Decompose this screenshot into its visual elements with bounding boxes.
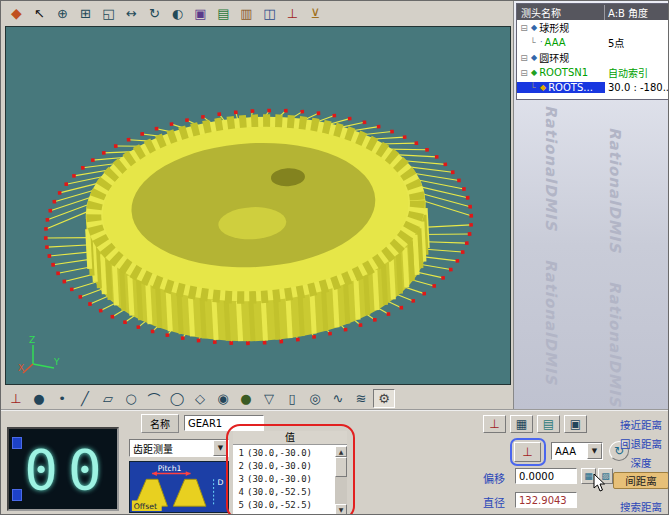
row-value: (30.0,-30.0) bbox=[247, 461, 335, 471]
ellipse-feature-icon[interactable]: ◯ bbox=[166, 389, 188, 408]
surface-feature-icon[interactable]: ≋ bbox=[350, 389, 372, 408]
line-feature-icon[interactable]: ╱ bbox=[74, 389, 96, 408]
tree-item-label: 球形规 bbox=[539, 20, 569, 35]
tree-row-ring-gauge[interactable]: ⊟◆圆环规 bbox=[517, 50, 668, 65]
image-view-icon[interactable]: ▤ bbox=[213, 4, 234, 23]
settings-gear-icon[interactable]: ⚙ bbox=[373, 389, 395, 408]
panel-view-icon[interactable]: ▣ bbox=[564, 415, 587, 433]
retract-distance-button[interactable]: 回退距离 bbox=[613, 436, 669, 451]
sphere-feature-icon[interactable]: ● bbox=[235, 389, 257, 408]
plane-feature-icon[interactable]: ▱ bbox=[97, 389, 119, 408]
search-distance-button[interactable]: 搜索距离 bbox=[613, 499, 669, 514]
zoom-in-icon[interactable]: ⊕ bbox=[52, 4, 73, 23]
probe-tree: 测头名称 A:B 角度 ⊟◆球形规 └·AAA 5点 ⊟◆圆环规 ⊟◆ROOTS… bbox=[516, 3, 669, 100]
tree-expander-icon[interactable]: ⊟ bbox=[519, 23, 529, 33]
snapshot-camera-icon[interactable]: ▣ bbox=[190, 4, 211, 23]
value-list[interactable]: 值 1(30.0,-30.0) 2(30.0,-30.0) 3(30.0,-30… bbox=[233, 431, 347, 515]
report-library-icon[interactable]: ▥ bbox=[236, 4, 257, 23]
circle-feature-icon[interactable]: ○ bbox=[120, 389, 142, 408]
cylinder-feature-icon[interactable]: ▯ bbox=[281, 389, 303, 408]
probe-panel: 测头名称 A:B 角度 ⊟◆球形规 └·AAA 5点 ⊟◆圆环规 ⊟◆ROOTS… bbox=[513, 1, 669, 409]
scrollbar-thumb[interactable] bbox=[335, 457, 347, 477]
slot-feature-icon[interactable]: ◇ bbox=[189, 389, 211, 408]
move-axes-icon[interactable]: ↔ bbox=[121, 4, 142, 23]
tree-row-rootsn1[interactable]: ⊟◆ROOTSN1 自动索引 bbox=[517, 65, 668, 80]
clipboard-icon[interactable]: ◫ bbox=[259, 4, 280, 23]
zoom-window-icon[interactable]: ⊞ bbox=[75, 4, 96, 23]
measure-mode-select[interactable]: 齿距测量 ▼ bbox=[129, 439, 229, 457]
round-slot-feature-icon[interactable]: ◉ bbox=[212, 389, 234, 408]
select-cursor-icon[interactable]: ↖ bbox=[29, 4, 50, 23]
tree-header-name[interactable]: 测头名称 bbox=[517, 5, 605, 20]
name-row: 名称 bbox=[141, 414, 264, 432]
axis-y-label: Y bbox=[53, 357, 60, 367]
fit-view-icon[interactable]: ◱ bbox=[98, 4, 119, 23]
approach-distance-button[interactable]: 接近距离 bbox=[613, 417, 669, 432]
measure-panel: 00 名称 齿距测量 ▼ Pitch1 D Offset bbox=[1, 409, 669, 515]
cone-feature-icon[interactable]: ▽ bbox=[258, 389, 280, 408]
tree-expander-icon[interactable]: ⊟ bbox=[519, 53, 529, 63]
tree-row-sphere-gauge[interactable]: ⊟◆球形规 bbox=[517, 20, 668, 35]
offset-input[interactable] bbox=[515, 468, 577, 484]
chevron-down-icon[interactable]: ▼ bbox=[587, 443, 602, 459]
probe-item-icon: ◆ bbox=[540, 83, 546, 92]
probe-tool-icon[interactable]: ⊥ bbox=[5, 389, 27, 408]
value-list-header: 值 bbox=[233, 431, 347, 445]
list-item[interactable]: 2(30.0,-30.0) bbox=[233, 459, 335, 472]
diameter-input[interactable] bbox=[515, 492, 577, 508]
distance-params-column: 接近距离 回退距离 深度 间距离 搜索距离 bbox=[613, 411, 669, 515]
construct-point-icon[interactable]: • bbox=[51, 389, 73, 408]
render-mode-icon[interactable]: ◐ bbox=[167, 4, 188, 23]
main-toolbar: ◆↖⊕⊞◱↔↻◐▣▤▥◫⊥⊻ bbox=[1, 1, 513, 25]
probe-select-button[interactable]: ⊥ bbox=[514, 442, 541, 462]
depth-button[interactable]: 深度 bbox=[613, 455, 669, 470]
3d-viewport[interactable]: Z Y X bbox=[5, 26, 511, 385]
pitch-label: Pitch1 bbox=[158, 464, 182, 473]
axis-x-label: X bbox=[18, 363, 24, 373]
diameter-label: 直径 bbox=[483, 494, 505, 510]
list-item[interactable]: 3(30.0,-30.0) bbox=[233, 472, 335, 485]
keypad-button[interactable]: ▦ bbox=[581, 468, 596, 484]
list-item[interactable]: 5(30.0,-52.5) bbox=[233, 498, 335, 511]
watermark-text: RationalDMIS bbox=[542, 259, 560, 385]
probe-calibrate-icon[interactable]: ⊻ bbox=[305, 4, 326, 23]
torus-feature-icon[interactable]: ◎ bbox=[304, 389, 326, 408]
probe-select[interactable]: AAA ▼ bbox=[551, 442, 603, 460]
scroll-down-icon[interactable]: ▼ bbox=[335, 504, 347, 515]
arc-feature-icon[interactable]: ⌒ bbox=[143, 389, 165, 408]
scroll-up-icon[interactable]: ▲ bbox=[335, 446, 347, 457]
row-value: (30.0,-52.5) bbox=[247, 487, 335, 497]
tree-item-label: ROOTS... bbox=[548, 82, 593, 93]
graph-view-icon[interactable]: ▦ bbox=[510, 415, 533, 433]
app-logo-icon[interactable]: ◆ bbox=[6, 4, 27, 23]
tree-row-roots-selected[interactable]: └◆ROOTS... 30.0 : -180... bbox=[517, 80, 668, 95]
counter-icon bbox=[12, 437, 22, 449]
list-item[interactable]: 4(30.0,-52.5) bbox=[233, 485, 335, 498]
edit-button[interactable]: ▨ bbox=[598, 468, 613, 484]
tree-row-aaa[interactable]: └·AAA 5点 bbox=[517, 35, 668, 50]
probe-tools-row: ⊥▦▤▣ bbox=[483, 415, 587, 433]
scrollbar[interactable]: ▲ ▼ bbox=[335, 446, 347, 515]
offset-diagram-label: Offset bbox=[134, 502, 157, 511]
tree-item-label: ROOTSN1 bbox=[539, 67, 588, 78]
probe-position-icon[interactable]: ⊥ bbox=[483, 415, 506, 433]
spacing-button[interactable]: 间距离 bbox=[613, 472, 669, 489]
point-counter-display: 00 bbox=[7, 427, 119, 511]
gear-model[interactable] bbox=[6, 27, 510, 383]
tree-expander-icon[interactable]: ⊟ bbox=[519, 68, 529, 78]
row-index: 4 bbox=[233, 487, 247, 497]
measure-mode-value: 齿距测量 bbox=[130, 441, 213, 456]
tree-header-angle[interactable]: A:B 角度 bbox=[605, 5, 668, 20]
grid-view-icon[interactable]: ▤ bbox=[537, 415, 560, 433]
rotate-view-icon[interactable]: ↻ bbox=[144, 4, 165, 23]
list-item[interactable]: 1(30.0,-30.0) bbox=[233, 446, 335, 459]
probe-group-icon: ◆ bbox=[531, 53, 537, 62]
chevron-down-icon[interactable]: ▼ bbox=[213, 440, 228, 456]
name-input[interactable] bbox=[184, 415, 264, 431]
point-feature-icon[interactable]: ● bbox=[28, 389, 50, 408]
watermark-text: RationalDMIS bbox=[606, 281, 624, 407]
counter-icon bbox=[12, 489, 22, 501]
curve-feature-icon[interactable]: ∿ bbox=[327, 389, 349, 408]
probe-change-icon[interactable]: ⊥ bbox=[282, 4, 303, 23]
probe-group-icon: ◆ bbox=[531, 68, 537, 77]
